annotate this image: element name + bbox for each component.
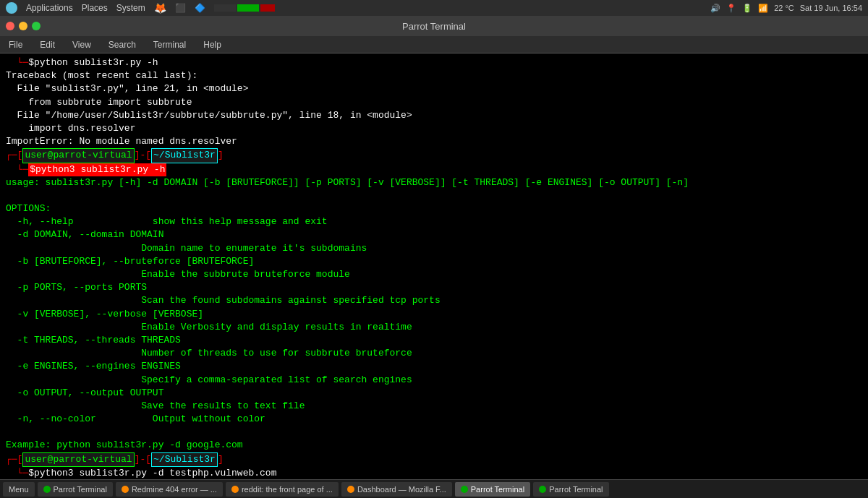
taskbar-dot — [461, 486, 468, 493]
taskbar-item-label: reddit: the front page of ... — [242, 485, 333, 494]
system-bar-left: Applications Places System 🦊 ⬛ 🔷 — [6, 2, 275, 14]
close-button[interactable] — [6, 22, 14, 30]
maximize-button[interactable] — [32, 22, 41, 30]
menu-bar: File Edit View Search Terminal Help — [0, 36, 868, 53]
system-bar-right: 🔊 📍 🔋 📶 22 °C Sat 19 Jun, 16:54 — [710, 4, 862, 13]
terminal-line: -h, --help show this help message and ex… — [6, 215, 862, 228]
battery-icon: 🔋 — [742, 4, 752, 13]
menu-view[interactable]: View — [69, 38, 94, 51]
terminal-line: -o OUTPUT, --output OUTPUT — [6, 387, 862, 400]
system-bar: Applications Places System 🦊 ⬛ 🔷 🔊 📍 🔋 📶… — [0, 0, 868, 16]
datetime: Sat 19 Jun, 16:54 — [800, 4, 862, 12]
taskbar: Menu Parrot Terminal Redmine 404 error —… — [0, 479, 868, 498]
cmd-prefix — [6, 56, 17, 69]
prompt-line: ┌─[ user@parrot-virtual ]-[ ~/Sublist3r … — [6, 148, 862, 163]
terminal-line: Traceback (most recent call last): — [6, 69, 862, 82]
title-bar: Parrot Terminal — [0, 16, 868, 36]
terminal-line: Specify a comma-separated list of search… — [6, 374, 862, 387]
minimize-button[interactable] — [19, 22, 27, 30]
menu-help[interactable]: Help — [200, 38, 224, 51]
taskbar-dot — [122, 486, 129, 493]
terminal-line: File "/home/user/Sublist3r/subbrute/subb… — [6, 109, 862, 122]
volume-icon: 🔊 — [710, 4, 720, 13]
terminal-line: Enable Verbosity and display results in … — [6, 321, 862, 334]
terminal-line: └─ $python sublist3r.py -h — [6, 56, 862, 69]
terminal-line: -b [BRUTEFORCE], --bruteforce [BRUTEFORC… — [6, 255, 862, 268]
menu-edit[interactable]: Edit — [37, 38, 58, 51]
terminal-line: Example: python sublist3r.py -d google.c… — [6, 439, 862, 452]
terminal-line: -t THREADS, --threads THREADS — [6, 334, 862, 347]
taskbar-item-label: Parrot Terminal — [471, 485, 524, 494]
firefox-icon[interactable]: 🦊 — [154, 2, 166, 14]
terminal-line: ImportError: No module named dns.resolve… — [6, 135, 862, 148]
location-icon: 📍 — [726, 4, 736, 13]
terminal-line: -v [VERBOSE], --verbose [VERBOSE] — [6, 308, 862, 321]
taskbar-item-label: Redmine 404 error — ... — [132, 485, 217, 494]
terminal-icon[interactable]: ⬛ — [175, 3, 186, 13]
terminal-line: import dns.resolver — [6, 122, 862, 135]
window-controls[interactable] — [6, 22, 41, 30]
prompt-line-2: ┌─[ user@parrot-virtual ]-[ ~/Sublist3r … — [6, 452, 862, 467]
progress-bars — [214, 4, 275, 12]
terminal-blank — [6, 426, 862, 439]
taskbar-item-label: Dashboard — Mozilla F... — [357, 485, 446, 494]
app-icon[interactable]: 🔷 — [195, 3, 205, 13]
taskbar-item-label: Parrot Terminal — [54, 485, 107, 494]
terminal-line: -d DOMAIN, --domain DOMAIN — [6, 228, 862, 241]
parrot-icon[interactable] — [6, 2, 17, 14]
system-menu[interactable]: System — [116, 3, 145, 13]
taskbar-item-parrot-terminal-1[interactable]: Parrot Terminal — [38, 482, 113, 497]
taskbar-item-parrot-terminal-3[interactable]: Parrot Terminal — [533, 482, 608, 497]
taskbar-dot — [231, 486, 239, 493]
taskbar-dot — [539, 486, 546, 493]
terminal-line: -p PORTS, --ports PORTS — [6, 281, 862, 294]
taskbar-item-reddit[interactable]: reddit: the front page of ... — [226, 482, 339, 497]
terminal-line: -e ENGINES, --engines ENGINES — [6, 360, 862, 373]
menu-search[interactable]: Search — [106, 38, 139, 51]
terminal-line: OPTIONS: — [6, 202, 862, 215]
terminal-line: Number of threads to use for subbrute br… — [6, 347, 862, 360]
taskbar-item-dashboard[interactable]: Dashboard — Mozilla F... — [341, 482, 452, 497]
menu-label: Menu — [9, 485, 29, 494]
taskbar-item-parrot-terminal-2[interactable]: Parrot Terminal — [455, 482, 530, 497]
temperature: 22 °C — [774, 4, 794, 12]
places-menu[interactable]: Places — [82, 3, 108, 13]
taskbar-menu-button[interactable]: Menu — [3, 482, 35, 497]
terminal-line: File "sublist3r.py", line 21, in <module… — [6, 82, 862, 95]
terminal-line: Domain name to enumerate it's subdomains — [6, 242, 862, 255]
taskbar-dot — [43, 486, 51, 493]
arrow-indicator: └─ — [17, 56, 29, 69]
command-text: $python sublist3r.py -h — [28, 56, 158, 69]
terminal-blank — [6, 189, 862, 202]
menu-file[interactable]: File — [6, 38, 25, 51]
applications-menu[interactable]: Applications — [26, 3, 73, 13]
window-title: Parrot Terminal — [402, 21, 466, 32]
menu-terminal[interactable]: Terminal — [150, 38, 189, 51]
taskbar-item-redmine[interactable]: Redmine 404 error — ... — [116, 482, 223, 497]
taskbar-item-label: Parrot Terminal — [549, 485, 603, 494]
terminal-content: └─ $python sublist3r.py -h Traceback (mo… — [0, 53, 868, 479]
terminal-line: Enable the subbrute bruteforce module — [6, 268, 862, 281]
prompt-cmd-line: └─ $python3 sublist3r.py -h — [6, 163, 862, 176]
network-icon: 📶 — [758, 4, 768, 13]
terminal-line: usage: sublist3r.py [-h] -d DOMAIN [-b [… — [6, 176, 862, 189]
terminal-line: Scan the found subdomains against specif… — [6, 294, 862, 307]
taskbar-dot — [347, 486, 354, 493]
terminal-line: Save the results to text file — [6, 400, 862, 413]
terminal-line: from subbrute import subbrute — [6, 96, 862, 109]
terminal-line: -n, --no-color Output without color — [6, 413, 862, 426]
prompt-cmd-line-2: └─ $python3 sublist3r.py -d testphp.vuln… — [6, 467, 862, 479]
